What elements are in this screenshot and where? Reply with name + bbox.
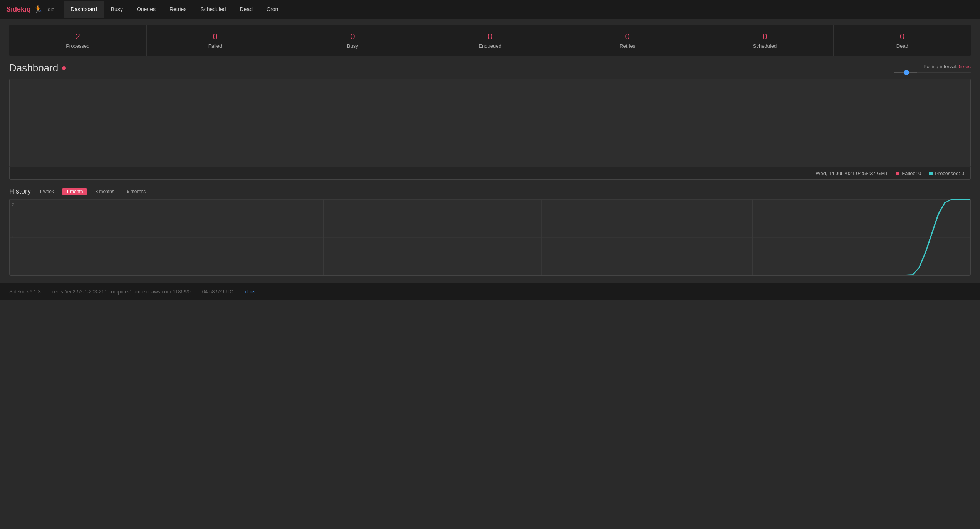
polling-control: Polling interval: 5 sec bbox=[894, 63, 971, 73]
stat-dead-label: Dead bbox=[838, 43, 966, 49]
stat-failed: 0 Failed bbox=[147, 25, 284, 56]
stat-processed-label: Processed bbox=[14, 43, 142, 49]
footer-redis: redis://ec2-52-1-203-211.compute-1.amazo… bbox=[52, 289, 191, 295]
y-label-max: 2 bbox=[12, 202, 14, 207]
nav-dashboard[interactable]: Dashboard bbox=[64, 1, 104, 18]
polling-slider[interactable] bbox=[894, 72, 971, 73]
brand-name: Sidekiq bbox=[6, 5, 31, 13]
y-label-mid: 1 bbox=[12, 236, 14, 240]
stat-enqueued-label: Enqueued bbox=[426, 43, 554, 49]
legend-failed-label: Failed: 0 bbox=[902, 170, 921, 176]
time-btn-1month[interactable]: 1 month bbox=[62, 188, 87, 195]
time-btn-6months[interactable]: 6 months bbox=[123, 188, 149, 195]
stat-dead-value: 0 bbox=[838, 32, 966, 42]
nav-queues[interactable]: Queues bbox=[130, 1, 163, 18]
navbar: Sidekiq 🏃 idle Dashboard Busy Queues Ret… bbox=[0, 0, 980, 19]
stat-scheduled-label: Scheduled bbox=[701, 43, 829, 49]
nav-cron[interactable]: Cron bbox=[260, 1, 285, 18]
history-chart: 2 1 bbox=[9, 199, 971, 276]
stat-retries-label: Retries bbox=[564, 43, 691, 49]
stat-scheduled: 0 Scheduled bbox=[696, 25, 834, 56]
dashboard-title: Dashboard bbox=[9, 62, 58, 74]
history-title: History bbox=[9, 187, 31, 195]
stat-scheduled-value: 0 bbox=[701, 32, 829, 42]
time-btn-3months[interactable]: 3 months bbox=[91, 188, 118, 195]
stat-dead: 0 Dead bbox=[834, 25, 971, 56]
history-chart-svg bbox=[10, 199, 970, 275]
stat-processed: 2 Processed bbox=[9, 25, 147, 56]
dashboard-title-row: Dashboard bbox=[9, 62, 66, 74]
realtime-chart bbox=[9, 79, 971, 167]
nav-busy[interactable]: Busy bbox=[104, 1, 130, 18]
nav-dead[interactable]: Dead bbox=[233, 1, 259, 18]
stat-retries: 0 Retries bbox=[559, 25, 696, 56]
legend-failed-dot bbox=[896, 172, 899, 175]
brand-status: idle bbox=[47, 7, 54, 12]
legend-processed-dot bbox=[929, 172, 933, 175]
dashboard-header: Dashboard Polling interval: 5 sec bbox=[9, 62, 971, 74]
chart-footer: Wed, 14 Jul 2021 04:58:37 GMT Failed: 0 … bbox=[9, 167, 971, 180]
stats-bar: 2 Processed 0 Failed 0 Busy 0 Enqueued 0… bbox=[9, 25, 971, 56]
stat-processed-value: 2 bbox=[14, 32, 142, 42]
footer-version: Sidekiq v6.1.3 bbox=[9, 289, 41, 295]
stat-busy-label: Busy bbox=[289, 43, 416, 49]
history-section: History 1 week 1 month 3 months 6 months… bbox=[9, 187, 971, 276]
polling-label-row: Polling interval: 5 sec bbox=[923, 63, 971, 69]
legend-processed: Processed: 0 bbox=[929, 170, 964, 176]
chart-timestamp: Wed, 14 Jul 2021 04:58:37 GMT bbox=[816, 170, 888, 176]
nav-links: Dashboard Busy Queues Retries Scheduled … bbox=[64, 1, 285, 18]
time-btn-1week[interactable]: 1 week bbox=[35, 188, 58, 195]
stat-busy-value: 0 bbox=[289, 32, 416, 42]
legend-failed: Failed: 0 bbox=[896, 170, 921, 176]
stat-enqueued: 0 Enqueued bbox=[421, 25, 559, 56]
footer: Sidekiq v6.1.3 redis://ec2-52-1-203-211.… bbox=[0, 283, 980, 300]
footer-docs-link[interactable]: docs bbox=[245, 289, 255, 295]
stat-failed-value: 0 bbox=[151, 32, 279, 42]
polling-label: Polling interval: bbox=[923, 64, 957, 69]
main-content: Dashboard Polling interval: 5 sec Wed, 1… bbox=[0, 62, 980, 276]
footer-timestamp: 04:58:52 UTC bbox=[202, 289, 233, 295]
stat-enqueued-value: 0 bbox=[426, 32, 554, 42]
stat-busy: 0 Busy bbox=[284, 25, 421, 56]
nav-scheduled[interactable]: Scheduled bbox=[193, 1, 233, 18]
realtime-chart-svg bbox=[10, 79, 970, 167]
polling-value: 5 sec bbox=[959, 64, 971, 69]
stat-failed-label: Failed bbox=[151, 43, 279, 49]
legend-processed-label: Processed: 0 bbox=[935, 170, 964, 176]
brand: Sidekiq 🏃 idle bbox=[6, 5, 54, 14]
history-header: History 1 week 1 month 3 months 6 months bbox=[9, 187, 971, 195]
brand-icon: 🏃 bbox=[33, 5, 43, 14]
live-indicator bbox=[62, 66, 66, 70]
stat-retries-value: 0 bbox=[564, 32, 691, 42]
nav-retries[interactable]: Retries bbox=[163, 1, 193, 18]
